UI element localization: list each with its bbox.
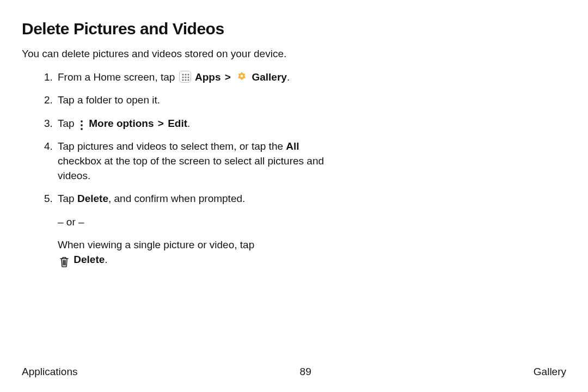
svg-point-2: [187, 74, 189, 75]
delete-label-1: Delete: [77, 193, 108, 204]
step-1: From a Home screen, tap Apps > Gal: [56, 70, 327, 85]
svg-point-1: [185, 74, 186, 75]
footer-page-number: 89: [300, 366, 311, 378]
more-options-icon: [78, 120, 85, 131]
trash-icon: [59, 256, 70, 268]
step-1-period: .: [287, 71, 290, 83]
gallery-label: Gallery: [252, 71, 286, 83]
apps-icon: [179, 71, 191, 83]
svg-point-6: [182, 79, 183, 81]
step-4-b: checkbox at the top of the screen to sel…: [58, 155, 324, 181]
intro-paragraph: You can delete pictures and videos store…: [22, 47, 305, 62]
page-title: Delete Pictures and Videos: [22, 20, 566, 38]
svg-point-12: [81, 128, 83, 130]
step-4: Tap pictures and videos to select them, …: [56, 139, 327, 183]
step-5-b: , and confirm when prompted.: [108, 193, 245, 204]
footer-left: Applications: [22, 366, 77, 378]
all-label: All: [286, 140, 299, 152]
chevron-icon: >: [157, 118, 165, 129]
edit-label: Edit: [168, 118, 187, 129]
chevron-icon: >: [224, 71, 232, 83]
footer-right: Gallery: [534, 366, 566, 378]
step-4-a: Tap pictures and videos to select them, …: [58, 140, 286, 152]
page-footer: Applications 89 Gallery: [22, 366, 566, 378]
step-5-period: .: [105, 254, 107, 265]
svg-point-9: [241, 75, 243, 77]
step-5-or: – or –: [58, 215, 327, 230]
svg-point-4: [185, 76, 186, 78]
step-2: Tap a folder to open it.: [56, 93, 327, 108]
svg-point-3: [182, 76, 183, 78]
step-3-pre: Tap: [58, 118, 77, 129]
apps-label: Apps: [195, 71, 221, 83]
delete-label-2: Delete: [74, 254, 105, 265]
svg-point-11: [81, 124, 83, 126]
step-3: Tap More options > Edit.: [56, 117, 327, 131]
step-5-a: Tap: [58, 193, 77, 204]
step-3-period: .: [187, 118, 190, 129]
step-5: Tap Delete, and confirm when prompted. –…: [56, 192, 327, 267]
step-5-alt: When viewing a single picture or video, …: [58, 238, 327, 267]
svg-point-0: [182, 74, 183, 75]
svg-point-10: [81, 120, 83, 122]
step-5-c: When viewing a single picture or video, …: [58, 239, 254, 250]
steps-list: From a Home screen, tap Apps > Gal: [22, 70, 327, 267]
gallery-icon: [236, 71, 248, 83]
svg-point-5: [187, 76, 189, 78]
svg-point-7: [185, 79, 186, 81]
step-1-pre: From a Home screen, tap: [58, 71, 178, 83]
more-options-label: More options: [89, 118, 154, 129]
manual-page: Delete Pictures and Videos You can delet…: [0, 0, 588, 392]
svg-point-8: [187, 79, 189, 81]
